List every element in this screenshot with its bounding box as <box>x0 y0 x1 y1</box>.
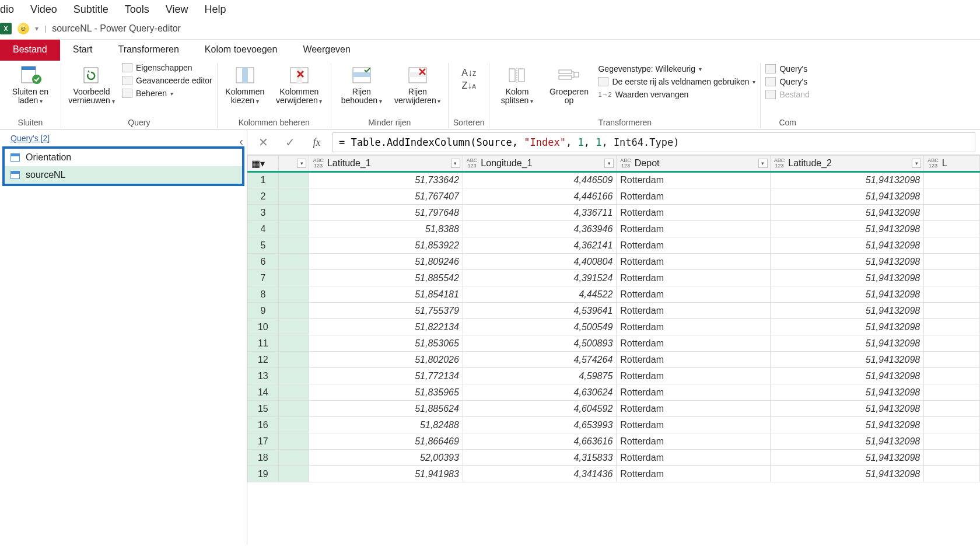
cell-latitude1[interactable]: 51,885542 <box>309 270 463 286</box>
cell-longitude1[interactable]: 4,663616 <box>463 433 616 450</box>
cell-depot[interactable]: Rotterdam <box>617 433 770 450</box>
cell-longitude2[interactable] <box>924 205 980 221</box>
cell-latitude1[interactable]: 51,853065 <box>309 335 463 352</box>
cell-longitude2[interactable] <box>924 368 980 384</box>
geavanceerde-editor-button[interactable]: Geavanceerde editor <box>122 76 212 85</box>
cell-latitude1[interactable]: 51,733642 <box>309 172 463 188</box>
cell-longitude1[interactable]: 4,44522 <box>463 286 616 303</box>
table-row[interactable]: 1951,9419834,341436Rotterdam51,94132098 <box>248 466 980 482</box>
cell-depot[interactable]: Rotterdam <box>617 368 770 384</box>
table-row[interactable]: 1451,8359654,630624Rotterdam51,94132098 <box>248 384 980 401</box>
table-row[interactable]: 451,83884,363946Rotterdam51,94132098 <box>248 221 980 237</box>
filter-icon[interactable]: ▾ <box>758 159 768 168</box>
cell-latitude2[interactable]: 51,94132098 <box>770 188 923 205</box>
cell-depot[interactable]: Rotterdam <box>617 401 770 417</box>
cell-depot[interactable]: Rotterdam <box>617 319 770 335</box>
cell-depot[interactable]: Rotterdam <box>617 417 770 433</box>
cell-latitude2[interactable]: 51,94132098 <box>770 368 923 384</box>
cell-longitude1[interactable]: 4,446509 <box>463 172 616 188</box>
cell-depot[interactable]: Rotterdam <box>617 335 770 352</box>
sort-desc-button[interactable]: Z↓A <box>461 80 475 91</box>
cell-latitude2[interactable]: 51,94132098 <box>770 254 923 270</box>
cell-latitude1[interactable]: 51,853922 <box>309 237 463 254</box>
sort-asc-button[interactable]: A↓Z <box>461 68 476 78</box>
rijen-verwijderen-button[interactable]: Rijen verwijderen <box>392 63 443 107</box>
cell-longitude1[interactable]: 4,315833 <box>463 450 616 466</box>
kolom-splitsen-button[interactable]: Kolom splitsen <box>494 63 540 107</box>
cell-depot[interactable]: Rotterdam <box>617 172 770 188</box>
sluiten-en-laden-button[interactable]: Sluiten en laden <box>5 63 56 107</box>
column-header-latitude2[interactable]: ABC123Latitude_2 ▾ <box>770 156 923 172</box>
table-row[interactable]: 851,8541814,44522Rotterdam51,94132098 <box>248 286 980 303</box>
table-corner-button[interactable]: ▦▾ <box>248 156 279 172</box>
cell-latitude2[interactable]: 51,94132098 <box>770 466 923 482</box>
menu-help[interactable]: Help <box>205 3 226 16</box>
menu-tools[interactable]: Tools <box>125 3 149 16</box>
cell-latitude1[interactable]: 51,941983 <box>309 466 463 482</box>
menu-video[interactable]: Video <box>30 3 57 16</box>
query-item-sourcenl[interactable]: sourceNL <box>5 166 242 184</box>
cell-latitude2[interactable]: 51,94132098 <box>770 319 923 335</box>
table-row[interactable]: 251,7674074,446166Rotterdam51,94132098 <box>248 188 980 205</box>
formula-cancel-button[interactable]: ✕ <box>252 134 274 151</box>
cell-latitude2[interactable]: 51,94132098 <box>770 286 923 303</box>
tab-start[interactable]: Start <box>60 40 106 61</box>
cell-longitude2[interactable] <box>924 221 980 237</box>
filter-icon[interactable]: ▾ <box>451 159 460 168</box>
cell-longitude2[interactable] <box>924 466 980 482</box>
rijen-behouden-button[interactable]: Rijen behouden <box>336 63 387 107</box>
cell-latitude2[interactable]: 51,94132098 <box>770 270 923 286</box>
cell-longitude2[interactable] <box>924 286 980 303</box>
eerste-rij-veldnamen-button[interactable]: De eerste rij als veldnamen gebruiken ▾ <box>598 77 755 86</box>
table-row[interactable]: 1151,8530654,500893Rotterdam51,94132098 <box>248 335 980 352</box>
beheren-button[interactable]: Beheren ▾ <box>122 89 212 98</box>
cell-depot[interactable]: Rotterdam <box>617 221 770 237</box>
table-row[interactable]: 1751,8664694,663616Rotterdam51,94132098 <box>248 433 980 450</box>
cell-longitude1[interactable]: 4,653993 <box>463 417 616 433</box>
cell-longitude1[interactable]: 4,539641 <box>463 303 616 319</box>
cell-longitude2[interactable] <box>924 384 980 401</box>
cell-depot[interactable]: Rotterdam <box>617 237 770 254</box>
cell-longitude1[interactable]: 4,400804 <box>463 254 616 270</box>
menu-dio[interactable]: dio <box>0 3 14 16</box>
eigenschappen-button[interactable]: Eigenschappen <box>122 63 212 72</box>
table-row[interactable]: 751,8855424,391524Rotterdam51,94132098 <box>248 270 980 286</box>
formula-accept-button[interactable]: ✓ <box>279 134 301 151</box>
cell-longitude2[interactable] <box>924 172 980 188</box>
tab-transformeren[interactable]: Transformeren <box>106 40 192 61</box>
cell-latitude2[interactable]: 51,94132098 <box>770 205 923 221</box>
cell-latitude1[interactable]: 51,797648 <box>309 205 463 221</box>
cell-longitude2[interactable] <box>924 450 980 466</box>
voorbeeld-vernieuwen-button[interactable]: Voorbeeld vernieuwen <box>66 63 117 107</box>
cell-latitude1[interactable]: 51,8388 <box>309 221 463 237</box>
column-header-depot[interactable]: ABC123Depot ▾ <box>617 156 770 172</box>
cell-latitude1[interactable]: 51,755379 <box>309 303 463 319</box>
cell-depot[interactable]: Rotterdam <box>617 303 770 319</box>
cell-latitude1[interactable]: 51,802026 <box>309 352 463 368</box>
cell-latitude1[interactable]: 52,00393 <box>309 450 463 466</box>
cell-longitude1[interactable]: 4,630624 <box>463 384 616 401</box>
cell-depot[interactable]: Rotterdam <box>617 205 770 221</box>
tab-weergeven[interactable]: Weergeven <box>290 40 363 61</box>
cell-latitude1[interactable]: 51,885624 <box>309 401 463 417</box>
cell-depot[interactable]: Rotterdam <box>617 352 770 368</box>
table-row[interactable]: 1551,8856244,604592Rotterdam51,94132098 <box>248 401 980 417</box>
cell-longitude1[interactable]: 4,500893 <box>463 335 616 352</box>
data-grid[interactable]: ▦▾ ▾ ABC123Latitude_1 ▾ ABC123Longitude_… <box>247 155 980 482</box>
cell-latitude1[interactable]: 51,866469 <box>309 433 463 450</box>
cell-latitude2[interactable]: 51,94132098 <box>770 433 923 450</box>
index-column-header[interactable]: ▾ <box>278 156 309 172</box>
table-row[interactable]: 1351,7721344,59875Rotterdam51,94132098 <box>248 368 980 384</box>
column-header-longitude1[interactable]: ABC123Longitude_1 ▾ <box>463 156 616 172</box>
cell-latitude2[interactable]: 51,94132098 <box>770 384 923 401</box>
cell-latitude2[interactable]: 51,94132098 <box>770 352 923 368</box>
cell-latitude1[interactable]: 51,854181 <box>309 286 463 303</box>
cell-latitude2[interactable]: 51,94132098 <box>770 417 923 433</box>
table-row[interactable]: 351,7976484,336711Rotterdam51,94132098 <box>248 205 980 221</box>
table-row[interactable]: 951,7553794,539641Rotterdam51,94132098 <box>248 303 980 319</box>
cell-latitude2[interactable]: 51,94132098 <box>770 401 923 417</box>
cell-longitude1[interactable]: 4,362141 <box>463 237 616 254</box>
cell-longitude2[interactable] <box>924 188 980 205</box>
table-row[interactable]: 651,8092464,400804Rotterdam51,94132098 <box>248 254 980 270</box>
kolommen-verwijderen-button[interactable]: Kolommen verwijderen <box>272 63 326 107</box>
